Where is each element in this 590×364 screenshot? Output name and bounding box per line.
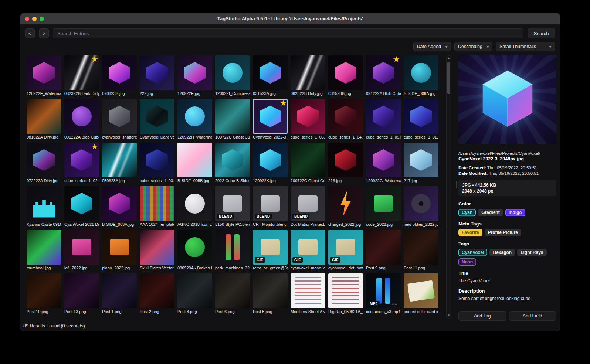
grid-item[interactable]: cube_series_1_03.jpg [140, 143, 174, 183]
thumbnail[interactable] [291, 143, 325, 177]
grid-item[interactable]: B-SIDE_003A.jpg [102, 186, 137, 227]
thumbnail[interactable] [291, 55, 325, 90]
grid-item[interactable]: 120922G_Watermark.jpg [366, 143, 401, 183]
grid-item[interactable]: GIFcyanvoxel_dot_matrix.gif [328, 230, 363, 271]
grid-item[interactable]: 216.jpg [328, 143, 363, 183]
grid-item[interactable]: cube_series_1_01.jpg [404, 99, 438, 140]
thumbnail[interactable] [177, 99, 212, 134]
grid-item[interactable]: Post 1.png [102, 273, 137, 314]
thumbnail[interactable] [404, 230, 438, 265]
thumbnail[interactable]: BLEND [215, 186, 250, 221]
thumbnail[interactable] [102, 143, 137, 177]
sort-field-dropdown[interactable]: Date Added ▾ [413, 42, 451, 51]
thumbnail[interactable]: BLEND [291, 186, 325, 221]
thumbnail[interactable] [102, 99, 137, 134]
scroll-down-icon[interactable]: ▼ [447, 313, 451, 318]
grid-item[interactable]: 031523A.jpg [253, 55, 288, 96]
thumbnail[interactable] [177, 186, 212, 221]
grid-item[interactable]: ★CyanVoxel 2022-3_2048px.jpg [253, 99, 288, 140]
grid-item[interactable]: Modifiers Sheet A v2.png [291, 273, 325, 314]
thumbnail[interactable]: ★ [64, 55, 99, 90]
thumbnail[interactable] [27, 273, 61, 308]
tag-pill[interactable]: Neon [458, 258, 476, 266]
tag-pill[interactable]: Indigo [505, 209, 525, 216]
thumbnail[interactable] [253, 143, 288, 177]
thumbnail[interactable] [64, 230, 99, 265]
thumbnail[interactable] [102, 186, 137, 221]
thumbnail[interactable]: GIF [328, 230, 363, 265]
tag-pill[interactable]: CyanVoxel [458, 249, 487, 256]
thumbnail[interactable] [102, 55, 137, 90]
thumbnail[interactable] [328, 143, 363, 177]
grid-item[interactable]: lofi_2022.jpg [64, 230, 99, 271]
tag-pill[interactable]: Profile Picture [485, 229, 521, 236]
tag-pill[interactable]: Favorite [458, 229, 482, 236]
thumbnail[interactable] [291, 273, 325, 308]
grid-item[interactable]: BLENDCRT Monitor.blend [253, 186, 288, 227]
grid-item[interactable]: MP4-:--containers_v3.mp4 [366, 273, 401, 314]
grid-item[interactable]: 120922H_Watermark.jpg [177, 99, 212, 140]
grid-item[interactable]: new-oldies_2022.jpg [404, 186, 438, 227]
grid-item[interactable]: GIFcyanvoxel_mono_crt.gif [291, 230, 325, 271]
tag-pill[interactable]: Light Rays [517, 249, 546, 256]
thumbnail[interactable] [404, 186, 438, 221]
grid-item[interactable]: 120922K.jpg [253, 143, 288, 183]
thumbnail[interactable] [366, 99, 401, 134]
thumbnail[interactable] [404, 273, 438, 308]
grid-item[interactable]: B-SIDE_006A.jpg [404, 55, 438, 96]
grid-item[interactable]: DigItUp_050621A_Sheet.png [328, 273, 363, 314]
thumbnail[interactable] [140, 143, 174, 177]
grid-item[interactable]: 120922F_Watermark.jpg [27, 55, 61, 96]
thumbnail[interactable] [64, 273, 99, 308]
grid-item[interactable]: Post 13.png [64, 273, 99, 314]
grid-item[interactable]: 2022 Cube B-Sides.jpg [215, 143, 250, 183]
grid-item[interactable]: AGNC-2018 Icon Logo.png [177, 186, 212, 227]
thumbnail[interactable] [366, 230, 401, 265]
thumbnail[interactable] [27, 99, 61, 134]
add-field-button[interactable]: Add Field [509, 311, 557, 321]
grid-item[interactable]: cube_series_1_06.jpg [291, 99, 325, 140]
thumbnail[interactable] [215, 230, 250, 265]
grid-item[interactable]: Post 11.png [404, 230, 438, 271]
panel-resize-handle[interactable]: ······ [458, 145, 556, 149]
grid-item[interactable]: B-SIDE_005B.jpg [177, 143, 212, 183]
back-button[interactable]: < [25, 28, 35, 38]
grid-item[interactable]: 217.jpg [404, 143, 438, 183]
thumbnail[interactable] [177, 273, 212, 308]
thumbnail[interactable] [140, 186, 174, 221]
close-button[interactable] [25, 17, 29, 21]
grid-item[interactable]: cube_series_1_04.jpg [328, 99, 363, 140]
thumbnail[interactable] [404, 99, 438, 134]
thumbnail[interactable]: ★ [64, 143, 99, 177]
grid-item[interactable]: 100722C Ghost Cube.jpg [215, 99, 250, 140]
thumbnail[interactable] [215, 273, 250, 308]
grid-item[interactable]: 031523B.jpg [328, 55, 363, 96]
thumbnail[interactable] [27, 186, 61, 221]
tag-pill[interactable]: Cyan [458, 209, 476, 216]
grid-item[interactable]: Post 10.png [27, 273, 61, 314]
grid-item[interactable]: printed color card in hand.jpg [404, 273, 438, 314]
grid-item[interactable]: Kyanos Caste 0910.png [27, 186, 61, 227]
thumbnail[interactable] [140, 99, 174, 134]
thumbnail[interactable]: MP4-:-- [366, 273, 401, 308]
thumbnail[interactable] [177, 143, 212, 177]
grid-item[interactable]: 080920A - Broken I.png [177, 230, 212, 271]
grid-item[interactable]: Post 6.png [215, 273, 250, 314]
tag-pill[interactable]: Gradient [478, 209, 503, 216]
grid-item[interactable]: perk_machines_32px.png [215, 230, 250, 271]
thumbnail[interactable] [102, 273, 137, 308]
grid-item[interactable]: cube_series_1_05.jpg [366, 99, 401, 140]
thumbnail[interactable]: GIF [291, 230, 325, 265]
add-tag-button[interactable]: Add Tag [458, 311, 506, 321]
preview-image[interactable] [458, 55, 556, 144]
thumbnail[interactable] [215, 55, 250, 90]
thumbnail[interactable]: ★ [253, 99, 288, 134]
thumbnail[interactable] [27, 55, 61, 90]
grid-item[interactable]: code_2022.jpg [366, 186, 401, 227]
grid-item[interactable]: CyanVoxel 2021 Display.png [64, 186, 99, 227]
thumbnail[interactable] [328, 55, 363, 90]
thumbnail[interactable] [253, 273, 288, 308]
grid-item[interactable]: BLENDDot Matrix Printer.blend [291, 186, 325, 227]
grid-item[interactable]: thumbnail.jpg [27, 230, 61, 271]
grid-item[interactable]: Skull Plates Vector.png [140, 230, 174, 271]
